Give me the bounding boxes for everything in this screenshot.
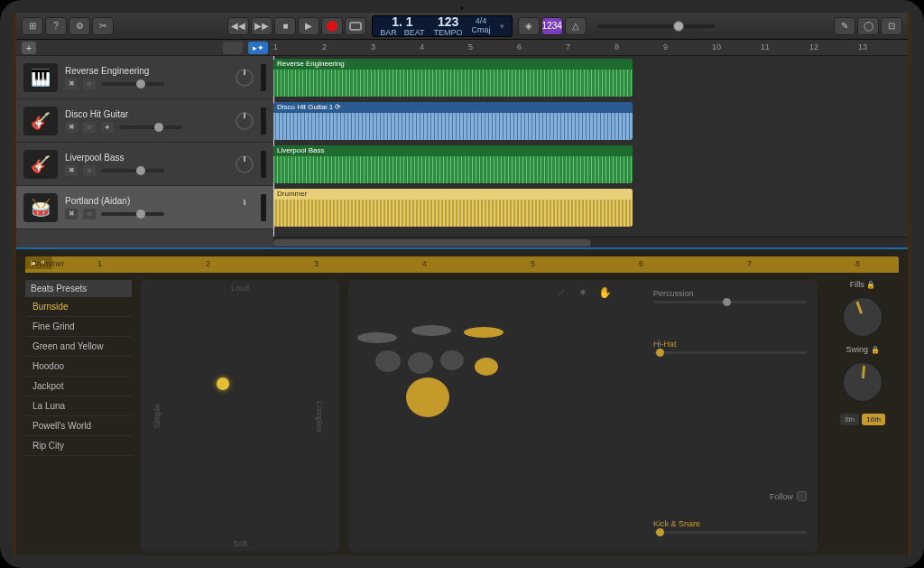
lcd-display[interactable]: 1. 1BARBEAT 123TEMPO 4/4Cmaj ▾ [372, 15, 512, 37]
audio-region[interactable]: Disco Hit Guitar.1 ⟳ [273, 102, 633, 140]
solo-button[interactable]: ○ [83, 122, 96, 133]
add-track-button[interactable]: + [22, 42, 36, 54]
metronome-button[interactable]: △ [565, 17, 587, 35]
solo-button[interactable]: ○ [83, 165, 96, 176]
preset-item[interactable]: Jackpot [25, 377, 132, 396]
rewind-button[interactable]: ◀◀ [227, 17, 249, 35]
record-button[interactable] [321, 17, 343, 35]
xy-label-loud: Loud [231, 284, 249, 293]
pan-knob[interactable] [236, 69, 254, 87]
lcd-bar: 1 [392, 14, 399, 29]
scissors-button[interactable]: ✂ [92, 17, 114, 35]
media-button[interactable]: ⊡ [881, 17, 902, 35]
arrange-area: + ▸✦ 🎹 Reverse Engineering ✖ ○ 🎸 Disco H… [16, 40, 908, 249]
catch-button[interactable]: ▸✦ [248, 42, 268, 54]
stop-button[interactable]: ■ [274, 17, 296, 35]
mute-button[interactable]: ✖ [65, 79, 78, 89]
snare-drum[interactable] [475, 358, 498, 376]
cycle-button[interactable] [345, 17, 366, 35]
fills-lock-icon[interactable]: 🔒 [866, 281, 875, 289]
track-volume-slider[interactable] [101, 82, 164, 86]
percussion-slider[interactable] [653, 301, 807, 303]
editor-region-tab[interactable]: ▶ ✦ Drummer [25, 256, 52, 269]
editor-ruler[interactable]: ▶ ✦ Drummer 12345678 [25, 256, 899, 273]
quick-help-button[interactable]: ? [45, 17, 67, 35]
editor-ruler-mark: 2 [206, 259, 210, 268]
swing-lock-icon[interactable]: 🔒 [871, 346, 880, 354]
ruler-mark: 5 [468, 42, 473, 51]
region-lanes[interactable]: Reverse EngineeringDisco Hit Guitar.1 ⟳L… [273, 56, 908, 237]
audio-region[interactable]: Drummer [273, 189, 633, 227]
tom-3[interactable] [440, 350, 464, 370]
input-button[interactable]: ● [101, 122, 114, 133]
ruler-mark: 8 [614, 42, 619, 51]
hihat-slider[interactable] [653, 351, 807, 354]
bar-ruler[interactable]: 12345678910111213 [273, 40, 908, 56]
xy-puck[interactable] [217, 377, 229, 390]
notepad-button[interactable]: ✎ [834, 17, 855, 35]
pan-knob[interactable] [236, 112, 254, 130]
preset-item[interactable]: Burnside [25, 297, 132, 317]
play-button[interactable]: ▶ [298, 17, 319, 35]
cymbal-ride[interactable] [411, 325, 451, 336]
hands-icon[interactable]: ✋ [597, 285, 612, 300]
pan-knob[interactable] [236, 199, 254, 217]
tom-2[interactable] [408, 352, 433, 374]
audio-region[interactable]: Reverse Engineering [273, 59, 633, 97]
cymbal-crash[interactable] [357, 332, 397, 343]
countin-button[interactable]: 1234 [541, 17, 563, 35]
track-volume-slider[interactable] [101, 169, 164, 172]
automation-button[interactable] [223, 42, 243, 54]
volume-thumb[interactable] [673, 21, 684, 32]
preset-item[interactable]: La Luna [25, 396, 132, 416]
region-name: Reverse Engineering [273, 59, 633, 70]
horizontal-scrollbar[interactable] [273, 237, 908, 247]
follow-toggle[interactable]: Follow [770, 491, 807, 501]
track-header[interactable]: 🎹 Reverse Engineering ✖ ○ [16, 56, 273, 99]
editor-ruler-mark: 8 [855, 259, 860, 268]
brushes-icon[interactable]: ✶ [576, 285, 590, 300]
track-meter [261, 194, 266, 221]
track-header[interactable]: 🎸 Liverpool Bass ✖ ○ [16, 143, 273, 186]
library-button[interactable]: ⊞ [22, 17, 43, 35]
sticks-icon[interactable]: ⟋ [554, 285, 568, 300]
preset-item[interactable]: Fine Grind [25, 317, 132, 337]
track-instrument-icon: 🎸 [23, 107, 58, 135]
record-icon [327, 21, 337, 32]
preset-item[interactable]: Hoodoo [25, 357, 132, 377]
preset-item[interactable]: Green and Yellow [25, 337, 132, 357]
cymbal-hihat[interactable] [464, 327, 504, 338]
preset-item[interactable]: Rip City [25, 436, 132, 456]
timeline[interactable]: 12345678910111213 Reverse EngineeringDis… [273, 40, 908, 247]
fills-knob[interactable] [842, 296, 883, 338]
swing-knob[interactable] [842, 361, 883, 403]
feel-8th-tab[interactable]: 8th [840, 414, 859, 425]
feel-16th-tab[interactable]: 16th [862, 414, 885, 425]
audio-region[interactable]: Liverpool Bass [273, 145, 633, 183]
xy-performance-pad[interactable]: Loud Soft Simple Complex [141, 280, 339, 552]
tom-1[interactable] [375, 350, 401, 372]
tuner-button[interactable]: ◈ [518, 17, 540, 35]
smart-controls-button[interactable]: ⚙ [69, 17, 90, 35]
track-volume-slider[interactable] [119, 126, 182, 129]
track-header[interactable]: 🥁 Portland (Aidan) ✖ ○ [16, 186, 273, 229]
mute-button[interactable]: ✖ [65, 165, 78, 176]
pan-knob[interactable] [236, 155, 254, 173]
track-volume-slider[interactable] [101, 212, 164, 216]
track-meter [261, 151, 266, 178]
ruler-mark: 9 [663, 42, 668, 51]
preset-item[interactable]: Powell's World [25, 416, 132, 436]
mute-button[interactable]: ✖ [65, 209, 78, 219]
master-volume-slider[interactable] [597, 24, 715, 28]
follow-checkbox[interactable] [797, 491, 807, 501]
waveform [273, 113, 633, 140]
loops-button[interactable]: ◯ [857, 17, 879, 35]
solo-button[interactable]: ○ [83, 209, 96, 219]
forward-button[interactable]: ▶▶ [251, 17, 273, 35]
kick-drum[interactable] [406, 377, 449, 417]
kick-snare-slider[interactable] [653, 531, 807, 534]
swing-label: Swing [845, 345, 868, 354]
track-header[interactable]: 🎸 Disco Hit Guitar ✖ ○ ● [16, 99, 273, 143]
mute-button[interactable]: ✖ [65, 122, 78, 133]
solo-button[interactable]: ○ [83, 79, 96, 89]
